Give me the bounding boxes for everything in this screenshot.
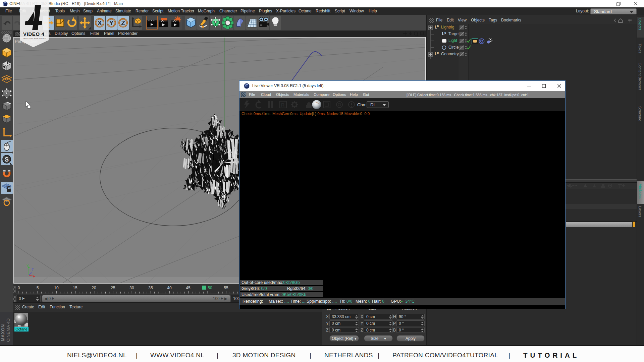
svg-text:VIDEO 4: VIDEO 4 — [23, 31, 44, 37]
svg-text:55: 55 — [224, 286, 228, 290]
svg-text:Z: Z — [32, 268, 34, 272]
svg-text:S: S — [5, 156, 9, 163]
svg-text:Y: Y — [26, 264, 29, 268]
svg-text:Z: Z — [121, 19, 125, 26]
svg-text:15: 15 — [73, 286, 77, 290]
svg-text:20: 20 — [92, 286, 96, 290]
svg-text:50: 50 — [208, 286, 212, 290]
svg-text:30: 30 — [129, 286, 134, 290]
svg-text:5: 5 — [37, 286, 39, 290]
svg-text:X: X — [98, 19, 102, 26]
svg-text:10: 10 — [54, 286, 59, 290]
svg-text:R: R — [281, 102, 284, 108]
svg-text:MOTION BRANDING: MOTION BRANDING — [23, 38, 46, 40]
svg-text:45: 45 — [186, 286, 191, 290]
svg-text:Y: Y — [109, 19, 114, 26]
svg-text:35: 35 — [148, 286, 153, 290]
svg-text:40: 40 — [167, 286, 172, 290]
svg-text:25: 25 — [111, 286, 115, 290]
svg-text:0: 0 — [18, 286, 20, 290]
